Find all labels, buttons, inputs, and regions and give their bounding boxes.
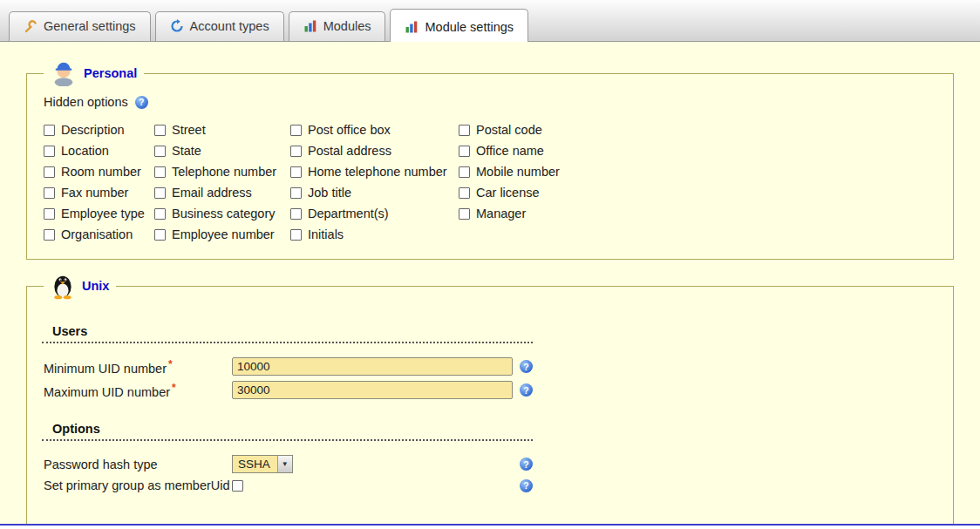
- help-icon[interactable]: ?: [520, 383, 533, 397]
- hidden-option-label: Street: [172, 123, 206, 137]
- hidden-option[interactable]: Business category: [154, 207, 290, 220]
- hidden-option[interactable]: Fax number: [44, 186, 154, 200]
- hidden-option-label: Employee number: [172, 227, 275, 241]
- max-uid-label: Maximum UID number*: [44, 382, 232, 399]
- password-hash-select[interactable]: SSHA ▼: [232, 455, 293, 473]
- help-icon[interactable]: ?: [520, 479, 533, 492]
- chevron-down-icon: ▼: [277, 456, 292, 472]
- hidden-option[interactable]: Car license: [459, 186, 939, 200]
- hidden-option[interactable]: Home telephone number: [290, 165, 459, 179]
- hidden-option-checkbox[interactable]: [290, 208, 302, 220]
- tab-label: General settings: [44, 19, 136, 33]
- hidden-option-checkbox[interactable]: [459, 166, 470, 178]
- personal-legend: Personal: [44, 60, 144, 86]
- hidden-option-checkbox[interactable]: [290, 166, 302, 178]
- hidden-option-checkbox[interactable]: [290, 146, 302, 157]
- users-header-label: Users: [52, 324, 87, 338]
- hidden-option[interactable]: Location: [44, 144, 154, 158]
- hidden-option-checkbox[interactable]: [290, 125, 302, 136]
- hidden-option-checkbox[interactable]: [459, 208, 470, 220]
- hidden-option-checkbox[interactable]: [459, 125, 470, 136]
- hidden-option-label: Postal address: [308, 144, 391, 158]
- main-content: Personal Hidden options ? DescriptionStr…: [0, 42, 980, 526]
- hidden-option-checkbox[interactable]: [154, 229, 166, 241]
- unix-legend: Unix: [44, 272, 116, 300]
- help-icon[interactable]: ?: [135, 96, 148, 109]
- member-uid-checkbox[interactable]: [232, 480, 243, 492]
- hidden-option-checkbox[interactable]: [154, 146, 166, 157]
- hidden-option[interactable]: Organisation: [44, 227, 154, 241]
- hidden-option[interactable]: Postal address: [290, 144, 459, 158]
- min-uid-label: Minimum UID number*: [44, 358, 232, 376]
- hidden-option-label: Business category: [172, 207, 275, 220]
- required-marker: *: [172, 382, 176, 394]
- member-uid-row: Set primary group as memberUid ?: [44, 478, 939, 492]
- hidden-option[interactable]: Post office box: [290, 123, 459, 137]
- hidden-option[interactable]: Email address: [154, 186, 290, 200]
- hidden-option[interactable]: Department(s): [290, 207, 459, 220]
- hidden-option-label: Home telephone number: [308, 165, 447, 179]
- hidden-option-label: Location: [61, 144, 109, 158]
- hidden-option-checkbox[interactable]: [44, 229, 55, 241]
- hidden-option-checkbox[interactable]: [44, 125, 55, 136]
- tab-modules[interactable]: Modules: [289, 11, 386, 41]
- hidden-option-label: Room number: [61, 165, 141, 179]
- hidden-option-checkbox[interactable]: [154, 166, 166, 178]
- hidden-option-checkbox[interactable]: [44, 166, 55, 178]
- hidden-option-label: Office name: [476, 144, 544, 158]
- hidden-option[interactable]: Employee number: [154, 227, 290, 241]
- hidden-option-label: Organisation: [61, 227, 133, 241]
- tab-label: Modules: [323, 19, 371, 33]
- password-hash-label: Password hash type: [44, 458, 232, 471]
- help-icon[interactable]: ?: [520, 458, 533, 471]
- hidden-option[interactable]: Office name: [459, 144, 939, 158]
- hidden-option-checkbox[interactable]: [290, 229, 302, 241]
- hidden-option-checkbox[interactable]: [154, 208, 166, 220]
- refresh-arrows-icon: [170, 19, 184, 33]
- hidden-option-checkbox[interactable]: [459, 146, 470, 157]
- hidden-option[interactable]: Telephone number: [154, 165, 290, 179]
- required-marker: *: [168, 358, 173, 370]
- hidden-option[interactable]: Manager: [459, 207, 939, 220]
- users-section-header: Users: [42, 324, 533, 343]
- hidden-option[interactable]: Employee type: [44, 207, 154, 220]
- hidden-option[interactable]: Initials: [290, 227, 459, 241]
- min-uid-input[interactable]: [232, 357, 513, 376]
- tux-penguin-icon: [51, 272, 75, 300]
- password-hash-value: SSHA: [233, 456, 277, 472]
- tab-general-settings[interactable]: General settings: [9, 11, 151, 41]
- hidden-option[interactable]: Postal code: [459, 123, 939, 137]
- hidden-option-checkbox[interactable]: [44, 208, 55, 220]
- tab-bar: General settings Account types Modules: [0, 0, 980, 42]
- hidden-option-label: Initials: [308, 227, 344, 241]
- hidden-option-checkbox[interactable]: [44, 187, 55, 199]
- hidden-option-label: Post office box: [308, 123, 391, 137]
- hidden-option-checkbox[interactable]: [154, 187, 166, 199]
- hidden-option-label: Department(s): [308, 207, 389, 220]
- hidden-options-grid: DescriptionStreetPost office boxPostal c…: [44, 123, 939, 241]
- hidden-option[interactable]: Street: [154, 123, 290, 137]
- person-icon: [51, 60, 77, 86]
- hidden-option[interactable]: Description: [44, 123, 154, 137]
- hidden-option-label: Mobile number: [476, 165, 560, 179]
- hidden-option-checkbox[interactable]: [44, 146, 55, 157]
- hidden-option-label: Fax number: [61, 186, 128, 200]
- hidden-option-label: Postal code: [476, 123, 542, 137]
- personal-fieldset: Personal Hidden options ? DescriptionStr…: [26, 60, 954, 260]
- hidden-option-label: Job title: [308, 186, 351, 200]
- unix-fieldset: Unix Users Minimum UID number* ? Maximum…: [26, 272, 954, 526]
- hidden-option-checkbox[interactable]: [459, 187, 470, 199]
- hidden-option[interactable]: State: [154, 144, 290, 158]
- hidden-option[interactable]: Mobile number: [459, 165, 939, 179]
- hidden-option[interactable]: Room number: [44, 165, 154, 179]
- options-header-label: Options: [52, 422, 100, 436]
- max-uid-input[interactable]: [232, 381, 513, 399]
- hidden-option-checkbox[interactable]: [290, 187, 302, 199]
- hidden-options-label: Hidden options: [44, 95, 128, 109]
- tab-module-settings[interactable]: Module settings: [390, 9, 528, 42]
- hidden-option-checkbox[interactable]: [154, 125, 166, 136]
- help-icon[interactable]: ?: [520, 360, 533, 373]
- hidden-option[interactable]: Job title: [290, 186, 459, 200]
- tab-account-types[interactable]: Account types: [155, 11, 284, 41]
- member-uid-label: Set primary group as memberUid: [44, 478, 232, 492]
